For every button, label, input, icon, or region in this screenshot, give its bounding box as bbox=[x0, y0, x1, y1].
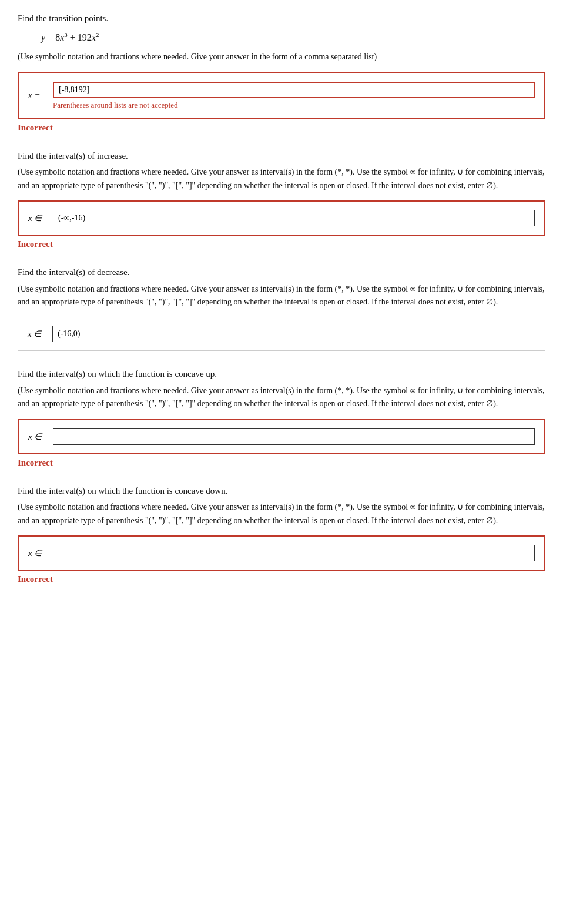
section-transition-points: Find the transition points. y = 8x3 + 19… bbox=[18, 12, 545, 133]
incorrect-label-increase: Incorrect bbox=[18, 239, 545, 249]
formula-display: y = 8x3 + 192x2 bbox=[41, 30, 545, 45]
instruction-decrease: (Use symbolic notation and fractions whe… bbox=[18, 283, 545, 309]
input-wrapper-decrease bbox=[52, 326, 535, 342]
input-wrapper-transition: Parentheses around lists are not accepte… bbox=[53, 82, 535, 110]
answer-box-increase: x ∈ bbox=[18, 200, 545, 236]
answer-input-concave-up[interactable] bbox=[53, 428, 535, 445]
incorrect-label-concave-up: Incorrect bbox=[18, 458, 545, 468]
error-msg-transition: Parentheses around lists are not accepte… bbox=[53, 101, 535, 110]
instruction-concave-down: (Use symbolic notation and fractions whe… bbox=[18, 501, 545, 527]
instruction-concave-up: (Use symbolic notation and fractions whe… bbox=[18, 384, 545, 411]
question-title-decrease: Find the interval(s) of decrease. bbox=[18, 266, 545, 279]
answer-input-decrease[interactable] bbox=[52, 326, 535, 342]
answer-input-increase[interactable] bbox=[53, 210, 535, 226]
answer-box-concave-down: x ∈ bbox=[18, 535, 545, 571]
question-title-concave-up: Find the interval(s) on which the functi… bbox=[18, 367, 545, 381]
instruction-increase: (Use symbolic notation and fractions whe… bbox=[18, 166, 545, 192]
var-label-decrease: x ∈ bbox=[28, 329, 45, 339]
section-concave-up: Find the interval(s) on which the functi… bbox=[18, 367, 545, 467]
question-title-increase: Find the interval(s) of increase. bbox=[18, 149, 545, 163]
incorrect-label-concave-down: Incorrect bbox=[18, 574, 545, 584]
answer-box-concave-up: x ∈ bbox=[18, 419, 545, 454]
answer-input-concave-down[interactable] bbox=[53, 545, 535, 561]
answer-input-transition[interactable] bbox=[53, 82, 535, 98]
input-wrapper-concave-up bbox=[53, 428, 535, 445]
input-wrapper-concave-down bbox=[53, 545, 535, 561]
var-label-concave-down: x ∈ bbox=[28, 548, 46, 558]
instruction-transition: (Use symbolic notation and fractions whe… bbox=[18, 51, 545, 63]
var-label-increase: x ∈ bbox=[28, 213, 46, 223]
var-label-transition: x = bbox=[28, 91, 46, 101]
incorrect-label-transition: Incorrect bbox=[18, 123, 545, 133]
section-interval-increase: Find the interval(s) of increase. (Use s… bbox=[18, 149, 545, 249]
var-label-concave-up: x ∈ bbox=[28, 431, 46, 442]
question-title-concave-down: Find the interval(s) on which the functi… bbox=[18, 484, 545, 498]
answer-box-decrease: x ∈ bbox=[18, 317, 545, 351]
question-title-transition: Find the transition points. bbox=[18, 12, 545, 25]
answer-box-transition: x = Parentheses around lists are not acc… bbox=[18, 72, 545, 119]
section-interval-decrease: Find the interval(s) of decrease. (Use s… bbox=[18, 266, 545, 351]
input-wrapper-increase bbox=[53, 210, 535, 226]
section-concave-down: Find the interval(s) on which the functi… bbox=[18, 484, 545, 584]
